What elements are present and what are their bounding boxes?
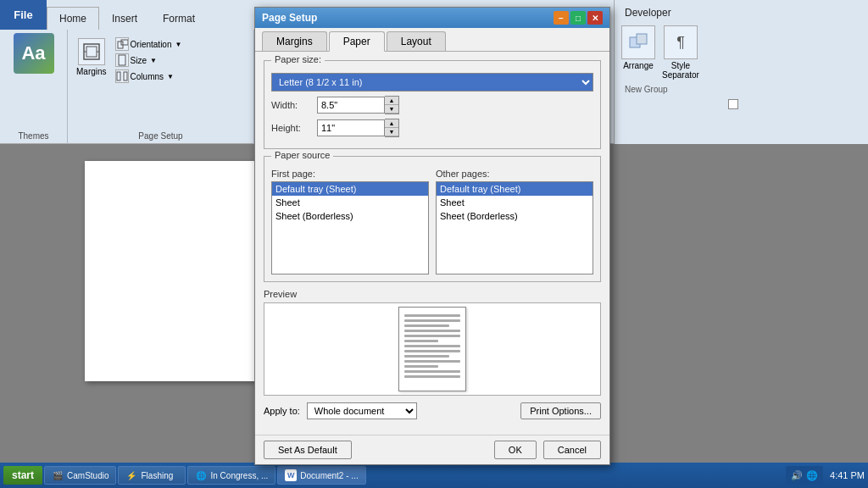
paper-size-section: Paper size: Letter (8 1/2 x 11 in) Width… <box>264 60 601 149</box>
apply-to-label: Apply to: <box>264 406 300 416</box>
tray-speaker-icon: 🔊 <box>791 470 803 481</box>
themes-group: Aa Themes <box>0 30 68 144</box>
other-page-item-0[interactable]: Default tray (Sheet) <box>437 182 593 196</box>
other-page-item-2[interactable]: Sheet (Borderless) <box>437 209 593 223</box>
svg-text:¶: ¶ <box>676 34 685 51</box>
taskbar-item-flashing[interactable]: ⚡ Flashing <box>118 466 186 485</box>
orientation-icon <box>115 37 129 51</box>
first-page-list[interactable]: Default tray (Sheet) Sheet Sheet (Border… <box>271 181 429 274</box>
height-row: Height: ▲ ▼ <box>271 119 593 137</box>
camstudio-icon: 🎬 <box>52 469 64 481</box>
arrange-button[interactable]: Arrange <box>621 25 655 70</box>
document-page <box>85 161 254 381</box>
congress-icon: 🌐 <box>195 469 207 481</box>
first-page-label: First page: <box>271 169 429 179</box>
height-input[interactable] <box>317 119 385 136</box>
themes-icon[interactable]: Aa <box>14 33 54 74</box>
style-separator-icon: ¶ <box>664 25 698 59</box>
first-page-item-1[interactable]: Sheet <box>272 196 428 209</box>
height-label: Height: <box>271 123 314 133</box>
apply-to-row: Apply to: Whole document Print Options..… <box>264 402 601 419</box>
page-setup-dialog[interactable]: Page Setup − □ ✕ Margins Paper Layout Pa… <box>254 7 610 465</box>
cancel-button[interactable]: Cancel <box>543 441 601 459</box>
svg-rect-7 <box>117 72 120 80</box>
dialog-tab-layout[interactable]: Layout <box>387 31 446 51</box>
dialog-footer: Set As Default OK Cancel <box>255 435 609 464</box>
taskbar-item-document[interactable]: W Document2 - ... <box>277 466 365 485</box>
tab-format[interactable]: Format <box>150 7 208 30</box>
file-button[interactable]: File <box>0 0 47 30</box>
system-tray: 🔊 🌐 <box>786 466 823 485</box>
preview-box <box>264 302 601 396</box>
other-pages-col: Other pages: Default tray (Sheet) Sheet … <box>436 169 593 274</box>
svg-rect-1 <box>86 47 97 57</box>
preview-label: Preview <box>264 289 601 299</box>
svg-rect-5 <box>121 40 128 45</box>
taskbar-item-congress[interactable]: 🌐 In Congress, ... <box>187 466 275 485</box>
taskbar-item-camstudio[interactable]: 🎬 CamStudio <box>44 466 116 485</box>
paper-size-select[interactable]: Letter (8 1/2 x 11 in) <box>271 73 593 92</box>
developer-area: Developer Arrange ¶ Style <box>614 0 868 144</box>
first-page-item-2[interactable]: Sheet (Borderless) <box>272 209 428 223</box>
other-page-item-1[interactable]: Sheet <box>437 196 593 209</box>
columns-button[interactable]: Columns ▼ <box>112 69 247 84</box>
set-as-default-button[interactable]: Set As Default <box>264 441 352 459</box>
margins-button[interactable]: Margins <box>75 36 108 78</box>
svg-rect-6 <box>119 55 125 65</box>
height-spin-down[interactable]: ▼ <box>385 128 398 136</box>
orientation-button[interactable]: Orientation ▼ <box>112 36 247 52</box>
apply-to-select-wrapper: Whole document <box>307 402 417 419</box>
word-icon: W <box>285 469 297 481</box>
paper-source-label: Paper source <box>271 150 333 160</box>
tab-home[interactable]: Home <box>47 7 99 30</box>
width-input-group: ▲ ▼ <box>317 96 399 114</box>
svg-rect-10 <box>637 34 647 44</box>
first-page-item-0[interactable]: Default tray (Sheet) <box>272 182 428 196</box>
height-spin-up[interactable]: ▲ <box>385 119 398 128</box>
size-icon <box>115 53 129 67</box>
new-group-label: New Group <box>618 83 865 96</box>
dialog-minimize-button[interactable]: − <box>554 11 569 25</box>
height-input-group: ▲ ▼ <box>317 119 399 137</box>
developer-label: Developer <box>618 3 865 22</box>
start-button[interactable]: start <box>3 466 42 485</box>
dialog-body: Paper size: Letter (8 1/2 x 11 in) Width… <box>255 52 609 435</box>
new-group-checkbox[interactable] <box>728 99 738 109</box>
page-setup-group: Margins Orientation ▼ <box>68 30 254 144</box>
paper-size-label: Paper size: <box>271 54 325 64</box>
width-spin-up[interactable]: ▲ <box>385 97 398 105</box>
file-label: File <box>14 8 32 21</box>
taskbar: start 🎬 CamStudio ⚡ Flashing 🌐 In Congre… <box>0 463 868 488</box>
source-columns: First page: Default tray (Sheet) Sheet S… <box>271 169 593 274</box>
width-spin-down[interactable]: ▼ <box>385 105 398 114</box>
preview-section: Preview <box>264 289 601 396</box>
tab-insert[interactable]: Insert <box>99 7 150 30</box>
dialog-close-button[interactable]: ✕ <box>587 11 603 25</box>
preview-lines <box>399 308 465 387</box>
dialog-title: Page Setup <box>262 12 317 24</box>
dialog-tab-margins[interactable]: Margins <box>262 31 327 51</box>
style-separator-button[interactable]: ¶ Style Separator <box>662 25 699 80</box>
arrange-icon <box>621 25 655 59</box>
width-input[interactable] <box>317 97 385 114</box>
dialog-title-buttons: − □ ✕ <box>554 11 603 25</box>
dialog-tab-paper[interactable]: Paper <box>329 31 385 52</box>
size-button[interactable]: Size ▼ <box>112 53 247 68</box>
clock-display: 4:41 PM <box>830 470 865 480</box>
width-label: Width: <box>271 100 314 110</box>
taskbar-clock: 🔊 🌐 4:41 PM <box>786 466 865 485</box>
print-options-button[interactable]: Print Options... <box>520 402 601 419</box>
dialog-maximize-button[interactable]: □ <box>570 11 586 25</box>
first-page-col: First page: Default tray (Sheet) Sheet S… <box>271 169 429 274</box>
paper-source-section: Paper source First page: Default tray (S… <box>264 156 601 282</box>
flashing-icon: ⚡ <box>125 469 137 481</box>
ok-button[interactable]: OK <box>494 441 537 459</box>
margins-icon <box>78 38 105 65</box>
themes-label: Themes <box>18 131 48 141</box>
page-setup-label: Page Setup <box>138 131 182 141</box>
ribbon-tabs: Home Insert Format <box>47 0 208 30</box>
apply-to-select[interactable]: Whole document <box>307 402 417 419</box>
preview-page <box>398 307 466 391</box>
other-pages-label: Other pages: <box>436 169 593 179</box>
other-pages-list[interactable]: Default tray (Sheet) Sheet Sheet (Border… <box>436 181 593 274</box>
